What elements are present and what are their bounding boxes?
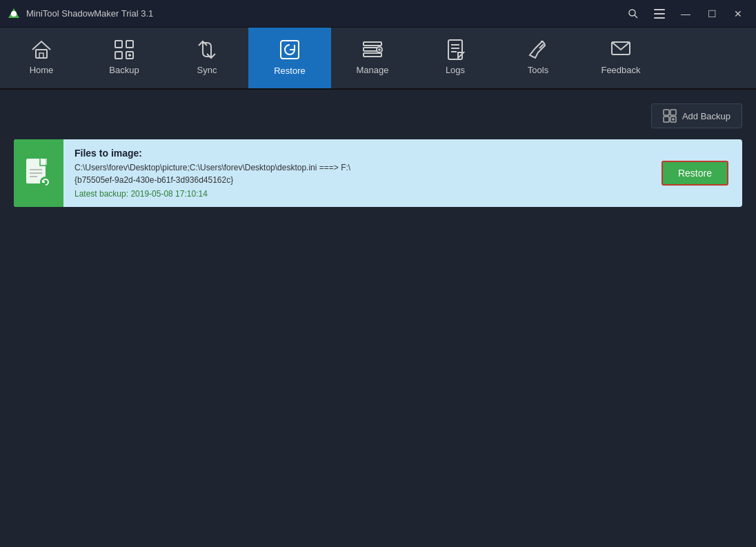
nav-item-logs[interactable]: Logs (414, 28, 497, 88)
file-backup-icon (25, 157, 52, 189)
backup-card-path: C:\Users\forev\Desktop\picture;C:\Users\… (74, 161, 637, 186)
add-backup-label: Add Backup (682, 111, 730, 121)
nav-label-feedback: Feedback (601, 65, 640, 75)
manage-icon (361, 39, 384, 61)
svg-rect-10 (126, 41, 133, 48)
svg-rect-6 (654, 17, 665, 19)
backup-card-title: Files to image: (74, 148, 637, 159)
svg-rect-29 (670, 110, 676, 115)
nav-item-backup[interactable]: Backup (83, 28, 166, 88)
svg-rect-9 (115, 41, 122, 48)
maximize-button[interactable]: ☐ (701, 6, 723, 22)
add-backup-button[interactable]: Add Backup (651, 103, 742, 128)
nav-bar: Home Backup Sync Restore (0, 28, 756, 90)
nav-label-tools: Tools (528, 65, 548, 75)
backup-guid-text: {b75505ef-9a2d-430e-b61f-3d936d45162c} (74, 175, 233, 185)
nav-item-tools[interactable]: Tools (497, 28, 579, 88)
backup-card-body: Files to image: C:\Users\forev\Desktop\p… (63, 139, 648, 207)
minimize-button[interactable]: — (675, 6, 697, 22)
add-backup-row: Add Backup (14, 103, 742, 128)
svg-rect-16 (364, 42, 381, 46)
svg-rect-11 (115, 52, 122, 59)
app-title: MiniTool ShadowMaker Trial 3.1 (26, 8, 153, 19)
svg-point-1 (11, 11, 17, 17)
svg-rect-8 (39, 53, 43, 58)
title-bar-controls: — ☐ ✕ (622, 6, 749, 22)
logs-icon (444, 39, 466, 61)
svg-rect-18 (364, 53, 381, 57)
svg-line-3 (635, 15, 637, 18)
nav-label-manage: Manage (357, 65, 389, 75)
maximize-icon: ☐ (708, 8, 717, 19)
nav-label-logs: Logs (446, 65, 465, 75)
title-bar: MiniTool ShadowMaker Trial 3.1 — ☐ ✕ (0, 0, 756, 28)
tools-icon (527, 39, 549, 61)
backup-card-latest: Latest backup: 2019-05-08 17:10:14 (74, 189, 637, 199)
backup-card: Files to image: C:\Users\forev\Desktop\p… (14, 139, 742, 207)
menu-icon (654, 9, 665, 19)
svg-point-39 (40, 177, 51, 188)
nav-item-manage[interactable]: Manage (331, 28, 414, 88)
search-titlebar-button[interactable] (622, 6, 644, 22)
backup-path-text: C:\Users\forev\Desktop\picture;C:\Users\… (74, 163, 350, 172)
svg-rect-28 (664, 110, 669, 115)
svg-point-2 (629, 10, 635, 16)
backup-icon (113, 39, 135, 61)
close-button[interactable]: ✕ (727, 6, 749, 22)
add-backup-icon (663, 109, 677, 123)
nav-item-sync[interactable]: Sync (166, 28, 248, 88)
restore-icon (278, 38, 301, 61)
menu-button[interactable] (648, 6, 670, 22)
svg-rect-5 (654, 13, 665, 14)
minimize-icon: — (681, 8, 690, 19)
svg-rect-4 (654, 9, 665, 10)
nav-label-backup: Backup (109, 65, 139, 75)
home-icon (30, 39, 52, 61)
nav-label-home: Home (30, 65, 54, 75)
search-icon (628, 8, 639, 19)
app-logo-icon (7, 7, 21, 21)
svg-rect-30 (664, 117, 669, 122)
nav-item-home[interactable]: Home (0, 28, 83, 88)
backup-card-icon-area (14, 139, 63, 207)
close-icon: ✕ (734, 8, 742, 19)
feedback-icon (610, 39, 632, 61)
sync-icon (196, 39, 218, 61)
restore-button[interactable]: Restore (662, 161, 728, 186)
nav-item-restore[interactable]: Restore (248, 28, 331, 88)
main-content: Add Backup Files to image: C:\Users\fore… (0, 90, 756, 221)
svg-rect-7 (36, 50, 47, 58)
nav-label-restore: Restore (274, 66, 306, 76)
backup-card-action: Restore (648, 139, 742, 207)
title-bar-left: MiniTool ShadowMaker Trial 3.1 (7, 7, 153, 21)
nav-item-feedback[interactable]: Feedback (579, 28, 662, 88)
nav-label-sync: Sync (197, 65, 217, 75)
